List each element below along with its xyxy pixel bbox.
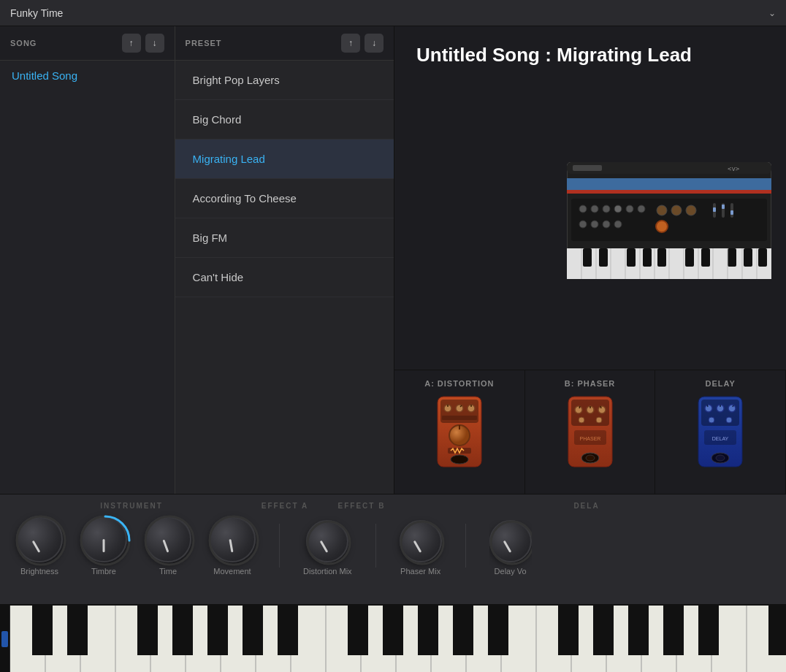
svg-point-87 bbox=[726, 417, 732, 423]
brightness-knob[interactable] bbox=[16, 516, 63, 562]
timbre-knob[interactable] bbox=[80, 516, 127, 562]
song-header: SONG ↑ ↓ bbox=[0, 26, 175, 61]
svg-point-9 bbox=[603, 205, 610, 213]
preset-item-according-to-cheese[interactable]: According To Cheese bbox=[175, 179, 394, 218]
time-label: Time bbox=[159, 567, 177, 576]
bottom-controls: INSTRUMENT EFFECT A EFFECT B DELA bbox=[0, 494, 786, 604]
movement-knob-group: Movement bbox=[209, 516, 256, 576]
preset-item-migrating-lead[interactable]: Migrating Lead bbox=[175, 140, 394, 179]
song-panel-label: SONG bbox=[10, 39, 37, 47]
right-panel: Untitled Song : Migrating Lead <v> bbox=[394, 26, 786, 494]
delay-vol-label: Delay Vo bbox=[495, 567, 527, 576]
preset-list: Bright Pop Layers Big Chord Migrating Le… bbox=[175, 61, 394, 494]
svg-point-12 bbox=[638, 205, 645, 213]
svg-rect-4 bbox=[567, 178, 771, 190]
preset-item-big-fm[interactable]: Big FM bbox=[175, 218, 394, 258]
svg-rect-133 bbox=[558, 606, 579, 655]
svg-rect-28 bbox=[583, 248, 592, 267]
left-panel: SONG ↑ ↓ Untitled Song PRESET bbox=[0, 26, 394, 494]
svg-point-8 bbox=[591, 205, 598, 213]
preset-arrow-up[interactable]: ↑ bbox=[341, 34, 360, 53]
svg-rect-138 bbox=[768, 606, 786, 655]
chevron-down-icon[interactable]: ⌄ bbox=[768, 8, 776, 18]
piano-keyboard bbox=[0, 604, 786, 672]
preset-panel-label: PRESET bbox=[186, 39, 222, 47]
preset-arrow-buttons: ↑ ↓ bbox=[341, 34, 384, 53]
distortion-mix-knob[interactable] bbox=[306, 520, 348, 562]
preset-header: PRESET ↑ ↓ bbox=[175, 26, 394, 61]
effect-slot-delay: DELAY bbox=[655, 370, 786, 494]
phaser-pedal: PHASER bbox=[567, 395, 614, 468]
delay-vol-knob[interactable] bbox=[489, 520, 532, 562]
effect-b-section-label: EFFECT B bbox=[338, 502, 386, 510]
svg-rect-123 bbox=[137, 606, 158, 655]
brightness-knob-group: Brightness bbox=[16, 516, 63, 576]
distortion-mix-knob-group: Distortion Mix bbox=[303, 520, 352, 576]
svg-rect-127 bbox=[278, 606, 298, 655]
svg-line-67 bbox=[579, 406, 580, 408]
preset-arrow-down[interactable]: ↓ bbox=[365, 34, 384, 53]
song-arrow-up[interactable]: ↑ bbox=[122, 34, 141, 53]
svg-point-96 bbox=[308, 522, 350, 564]
svg-rect-5 bbox=[567, 190, 771, 194]
svg-point-94 bbox=[145, 516, 194, 565]
song-arrow-down[interactable]: ↓ bbox=[145, 34, 164, 53]
svg-rect-30 bbox=[627, 248, 636, 267]
svg-point-91 bbox=[716, 455, 725, 461]
piano-keys-svg bbox=[10, 606, 786, 672]
piano-keys-container bbox=[10, 606, 786, 672]
top-bar: Funky Time ⌄ bbox=[0, 0, 786, 26]
svg-rect-136 bbox=[663, 606, 684, 655]
separator-3 bbox=[465, 524, 466, 568]
main-layout: SONG ↑ ↓ Untitled Song PRESET bbox=[0, 26, 786, 672]
svg-text:<v>: <v> bbox=[728, 165, 740, 172]
svg-point-72 bbox=[579, 417, 584, 423]
separator-2 bbox=[375, 524, 376, 568]
svg-rect-2 bbox=[573, 165, 602, 171]
svg-rect-29 bbox=[599, 248, 608, 267]
svg-text:DELAY: DELAY bbox=[712, 436, 729, 441]
effect-a-section-label: EFFECT A bbox=[262, 502, 309, 510]
svg-rect-125 bbox=[207, 606, 228, 655]
effect-a-label: A: DISTORTION bbox=[424, 379, 494, 388]
phaser-mix-knob[interactable] bbox=[400, 520, 442, 562]
movement-label: Movement bbox=[213, 567, 251, 576]
svg-point-70 bbox=[598, 406, 606, 413]
svg-point-23 bbox=[591, 221, 598, 228]
effect-b-label: B: PHASER bbox=[565, 379, 616, 388]
svg-rect-20 bbox=[722, 205, 725, 209]
delay-label: DELAY bbox=[706, 379, 736, 388]
svg-point-95 bbox=[210, 516, 258, 565]
preset-item-bright-pop-layers[interactable]: Bright Pop Layers bbox=[175, 61, 394, 100]
brightness-label: Brightness bbox=[20, 567, 58, 576]
movement-knob[interactable] bbox=[209, 516, 256, 562]
svg-point-13 bbox=[657, 205, 667, 215]
svg-point-84 bbox=[728, 405, 736, 412]
svg-point-86 bbox=[709, 417, 714, 423]
delay-section-label: DELA bbox=[573, 502, 599, 510]
instrument-section-label: INSTRUMENT bbox=[100, 502, 163, 510]
svg-point-63 bbox=[451, 455, 468, 464]
svg-rect-59 bbox=[442, 416, 477, 420]
preset-item-big-chord[interactable]: Big Chord bbox=[175, 100, 394, 140]
svg-rect-131 bbox=[453, 606, 473, 655]
time-knob[interactable] bbox=[145, 516, 191, 562]
synth-svg: <v> bbox=[567, 162, 771, 279]
svg-rect-79 bbox=[701, 400, 739, 426]
timbre-label: Timbre bbox=[91, 567, 116, 576]
song-item-untitled[interactable]: Untitled Song bbox=[0, 61, 175, 91]
svg-rect-31 bbox=[643, 248, 652, 267]
svg-point-77 bbox=[586, 455, 595, 461]
svg-line-71 bbox=[600, 406, 601, 408]
song-list: Untitled Song bbox=[0, 61, 175, 494]
svg-point-11 bbox=[626, 205, 633, 213]
distortion-pedal bbox=[436, 395, 483, 468]
instrument-image-area: <v> bbox=[394, 78, 786, 370]
pitch-bar[interactable] bbox=[0, 606, 10, 672]
svg-rect-135 bbox=[628, 606, 649, 655]
time-knob-group: Time bbox=[145, 516, 191, 576]
svg-rect-130 bbox=[418, 606, 438, 655]
svg-rect-19 bbox=[713, 207, 716, 212]
svg-rect-124 bbox=[172, 606, 193, 655]
preset-item-cant-hide[interactable]: Can't Hide bbox=[175, 258, 394, 297]
